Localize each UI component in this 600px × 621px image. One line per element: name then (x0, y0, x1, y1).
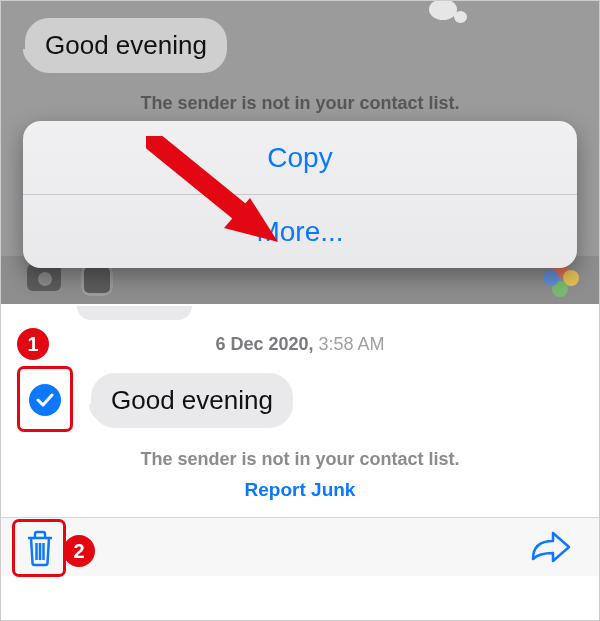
contact-warning-low: The sender is not in your contact list. (1, 449, 599, 470)
screenshot-frame: Good evening The sender is not in your c… (0, 0, 600, 621)
camera-icon[interactable] (27, 264, 61, 291)
message-text-low: Good evening (111, 385, 273, 415)
more-option[interactable]: More... (23, 195, 577, 268)
message-bubble-low[interactable]: Good evening (91, 373, 293, 428)
copy-option[interactable]: Copy (23, 121, 577, 194)
timestamp-time: 3:58 AM (319, 334, 385, 354)
timestamp: 6 Dec 2020, 3:58 AM (1, 334, 599, 355)
timestamp-date: 6 Dec 2020, (215, 334, 313, 354)
report-junk-link[interactable]: Report Junk (1, 479, 599, 501)
app-store-icon[interactable] (81, 264, 113, 296)
annotation-badge-2: 2 (63, 535, 95, 567)
annotation-ring-2 (12, 519, 66, 577)
message-bubble-top[interactable]: Good evening (25, 18, 227, 73)
annotation-arrow-icon (146, 136, 296, 251)
annotation-ring-1 (17, 366, 73, 432)
contact-warning-top: The sender is not in your contact list. (1, 93, 599, 114)
message-text-top: Good evening (45, 30, 207, 60)
previous-bubble-fragment (77, 306, 192, 320)
forward-icon[interactable] (529, 529, 573, 565)
action-sheet: Copy More... (23, 121, 577, 268)
annotation-badge-1: 1 (17, 328, 49, 360)
